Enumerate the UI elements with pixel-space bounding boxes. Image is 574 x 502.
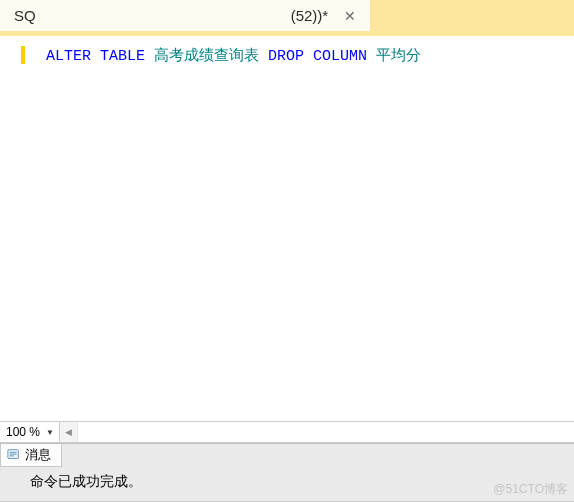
- zoom-bar: 100 % ▼ ◀: [0, 421, 574, 443]
- chevron-down-icon[interactable]: ▼: [43, 428, 57, 437]
- messages-tab-label: 消息: [25, 446, 51, 464]
- scroll-left-button[interactable]: ◀: [60, 422, 78, 442]
- zoom-select[interactable]: 100 % ▼: [0, 422, 60, 442]
- tab-title: SQxxxxxxxxxxxxxxxxxxxxxxxxxxxxxxxxxx(52)…: [14, 7, 340, 24]
- tab-bar: SQxxxxxxxxxxxxxxxxxxxxxxxxxxxxxxxxxx(52)…: [0, 0, 574, 36]
- sql-identifier: 平均分: [376, 48, 421, 65]
- result-message: 命令已成功完成。: [30, 473, 142, 489]
- message-icon: [7, 448, 21, 462]
- editor-gutter: [0, 36, 30, 421]
- sql-keyword: COLUMN: [313, 48, 367, 65]
- sql-identifier: 高考成绩查询表: [154, 48, 259, 65]
- messages-tab[interactable]: 消息: [0, 444, 62, 467]
- editor-tab[interactable]: SQxxxxxxxxxxxxxxxxxxxxxxxxxxxxxxxxxx(52)…: [0, 0, 370, 31]
- zoom-value: 100 %: [6, 425, 43, 439]
- code-editor[interactable]: ALTER TABLE 高考成绩查询表 DROP COLUMN 平均分: [0, 36, 574, 421]
- change-marker: [21, 46, 25, 64]
- sql-keyword: DROP: [268, 48, 304, 65]
- sql-keyword: ALTER: [46, 48, 91, 65]
- watermark: https://blog.csdn.net/@51CTO博客: [383, 481, 568, 498]
- close-icon[interactable]: ✕: [340, 7, 360, 25]
- code-content[interactable]: ALTER TABLE 高考成绩查询表 DROP COLUMN 平均分: [30, 36, 574, 421]
- sql-keyword: TABLE: [100, 48, 145, 65]
